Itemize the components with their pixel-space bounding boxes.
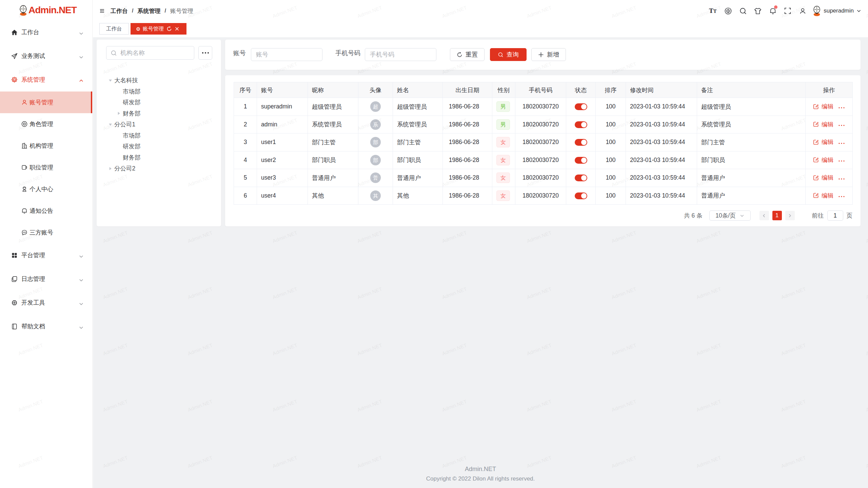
svg-text:T: T	[709, 7, 713, 14]
svg-text:T: T	[713, 9, 717, 14]
